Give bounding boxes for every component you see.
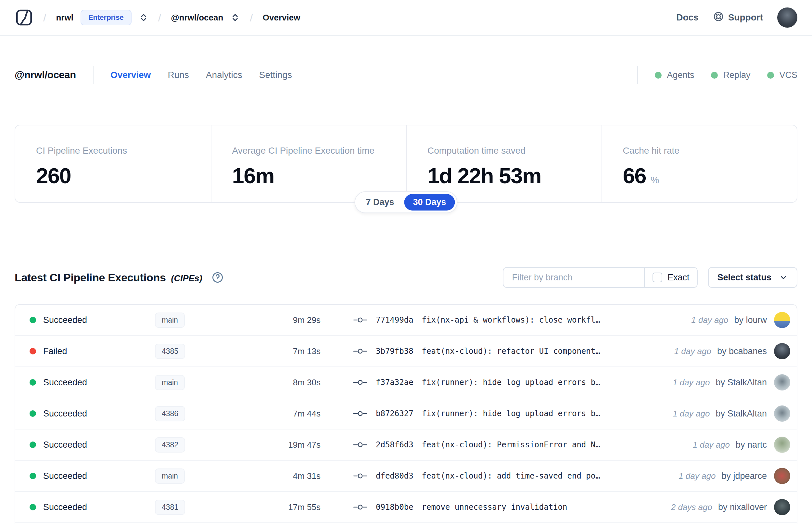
branch-badge: main bbox=[155, 313, 185, 328]
branch-filter-input[interactable] bbox=[503, 268, 644, 287]
branch-cell: 4382 bbox=[155, 437, 240, 452]
status-dot bbox=[30, 504, 36, 510]
branch-filter-group: Exact bbox=[503, 267, 698, 288]
branch-badge: 4381 bbox=[155, 500, 185, 515]
stat-value: 16m bbox=[232, 163, 274, 188]
commit-icon bbox=[353, 472, 367, 480]
tab-overview[interactable]: Overview bbox=[110, 70, 151, 80]
top-bar: / nrwl Enterprise / @nrwl/ocean / Overvi… bbox=[0, 0, 812, 36]
table-row[interactable]: Succeeded main 9m 29s 771499da fix(nx-ap… bbox=[15, 305, 797, 336]
workspace-switcher-icon[interactable] bbox=[230, 13, 240, 22]
breadcrumb-workspace[interactable]: @nrwl/ocean bbox=[171, 13, 223, 23]
meta-cell: 1 day ago by nartc bbox=[693, 437, 797, 453]
duration-label: 19m 47s bbox=[240, 440, 321, 450]
status-cell: Succeeded bbox=[15, 377, 155, 388]
feature-replay[interactable]: Replay bbox=[711, 70, 750, 80]
range-option-30-days[interactable]: 30 Days bbox=[404, 194, 455, 211]
tab-settings[interactable]: Settings bbox=[259, 70, 292, 80]
commit-message: feat(nx-cloud): refactor UI component… bbox=[422, 347, 600, 356]
tab-analytics[interactable]: Analytics bbox=[206, 70, 242, 80]
commit-message: fix(nx-api & workflows): close workfl… bbox=[422, 315, 600, 325]
duration-label: 9m 29s bbox=[240, 315, 321, 325]
branch-badge: main bbox=[155, 468, 185, 484]
status-label: Succeeded bbox=[43, 440, 87, 450]
support-link[interactable]: Support bbox=[713, 11, 763, 24]
stat-value: 1d 22h 53m bbox=[427, 163, 541, 188]
commit-hash: f37a32ae bbox=[376, 378, 413, 387]
table-row[interactable]: Succeeded 4382 19m 47s 2d58f6d3 feat(nx-… bbox=[15, 430, 797, 461]
range-option-7-days[interactable]: 7 Days bbox=[357, 194, 403, 211]
status-label: Succeeded bbox=[43, 471, 87, 481]
avatar bbox=[774, 405, 790, 422]
docs-link[interactable]: Docs bbox=[676, 12, 698, 23]
commit-cell: 0918b0be remove unnecessary invalidation bbox=[353, 502, 671, 512]
commit-icon bbox=[353, 348, 367, 355]
commit-hash: b8726327 bbox=[376, 409, 413, 418]
stat-label: Average CI Pipeline Execution time bbox=[232, 146, 406, 156]
commit-message: remove unnecessary invalidation bbox=[422, 502, 567, 512]
duration-label: 7m 13s bbox=[240, 346, 321, 356]
table-row[interactable]: Succeeded 4386 7m 44s b8726327 fix(runne… bbox=[15, 398, 797, 430]
duration-label: 4m 31s bbox=[240, 471, 321, 481]
time-ago-label: 1 day ago bbox=[691, 315, 728, 325]
exact-checkbox[interactable] bbox=[653, 273, 662, 282]
table-row[interactable]: Succeeded main 4m 31s dfed80d3 feat(nx-c… bbox=[15, 461, 797, 492]
stat-ci-pipeline-executions: CI Pipeline Executions 260 bbox=[15, 125, 211, 202]
nx-cloud-logo-icon[interactable] bbox=[15, 8, 33, 27]
breadcrumb: / nrwl Enterprise / @nrwl/ocean / Overvi… bbox=[15, 8, 300, 27]
commit-icon bbox=[353, 410, 367, 417]
commit-hash: dfed80d3 bbox=[376, 471, 413, 480]
commit-hash: 0918b0be bbox=[376, 502, 413, 512]
workspace-title: @nrwl/ocean bbox=[15, 69, 76, 81]
table-row[interactable]: Failed 4385 7m 13s 3b79fb38 feat(nx-clou… bbox=[15, 336, 797, 367]
status-cell: Succeeded bbox=[15, 440, 155, 450]
table-row[interactable]: Succeeded main 8m 30s f37a32ae fix(runne… bbox=[15, 367, 797, 398]
commit-cell: 2d58f6d3 feat(nx-cloud): PermissionError… bbox=[353, 440, 693, 449]
commit-message: fix(runner): hide log upload errors b… bbox=[422, 409, 600, 418]
avatar bbox=[774, 437, 790, 453]
commit-hash: 3b79fb38 bbox=[376, 347, 413, 356]
commit-hash: 771499da bbox=[376, 315, 413, 325]
avatar bbox=[774, 499, 790, 515]
workspace-features: Agents Replay VCS bbox=[637, 66, 797, 84]
cipe-table: Succeeded main 9m 29s 771499da fix(nx-ap… bbox=[15, 304, 797, 524]
select-status-label: Select status bbox=[717, 273, 771, 283]
stat-unit: % bbox=[650, 175, 659, 185]
breadcrumb-separator: / bbox=[250, 11, 253, 24]
avatar bbox=[774, 312, 790, 328]
divider bbox=[637, 66, 638, 84]
time-ago-label: 1 day ago bbox=[678, 471, 716, 481]
breadcrumb-separator: / bbox=[158, 11, 161, 24]
status-cell: Succeeded bbox=[15, 315, 155, 325]
status-label: Failed bbox=[43, 346, 67, 356]
select-status-button[interactable]: Select status bbox=[708, 267, 797, 288]
time-ago-label: 1 day ago bbox=[673, 409, 710, 419]
table-row[interactable]: Succeeded 4381 17m 55s 0918b0be remove u… bbox=[15, 492, 797, 523]
feature-dot bbox=[711, 72, 718, 79]
stats-panel: CI Pipeline Executions 260 Average CI Pi… bbox=[15, 125, 797, 203]
commit-message: fix(runner): hide log upload errors b… bbox=[422, 378, 600, 387]
chevron-down-icon bbox=[779, 273, 788, 282]
feature-agents[interactable]: Agents bbox=[655, 70, 694, 80]
branch-badge: main bbox=[155, 375, 185, 390]
feature-vcs[interactable]: VCS bbox=[767, 70, 797, 80]
author-label: by StalkAltan bbox=[716, 409, 767, 419]
breadcrumb-org[interactable]: nrwl bbox=[56, 13, 73, 23]
help-icon[interactable] bbox=[212, 271, 224, 284]
breadcrumb-separator: / bbox=[43, 11, 46, 24]
meta-cell: 1 day ago by StalkAltan bbox=[673, 405, 797, 422]
stat-average-execution-time: Average CI Pipeline Execution time 16m bbox=[211, 125, 406, 202]
commit-icon bbox=[353, 441, 367, 448]
avatar bbox=[774, 343, 790, 359]
user-avatar[interactable] bbox=[777, 7, 797, 28]
org-switcher-icon[interactable] bbox=[139, 13, 149, 22]
tab-runs[interactable]: Runs bbox=[168, 70, 189, 80]
author-label: by StalkAltan bbox=[716, 377, 767, 388]
commit-icon bbox=[353, 379, 367, 386]
status-dot bbox=[30, 348, 36, 355]
branch-badge: 4386 bbox=[155, 406, 185, 421]
meta-cell: 1 day ago by lourw bbox=[691, 312, 797, 328]
commit-cell: 771499da fix(nx-api & workflows): close … bbox=[353, 315, 691, 325]
status-cell: Succeeded bbox=[15, 502, 155, 512]
section-title: Latest CI Pipeline Executions bbox=[15, 271, 166, 284]
